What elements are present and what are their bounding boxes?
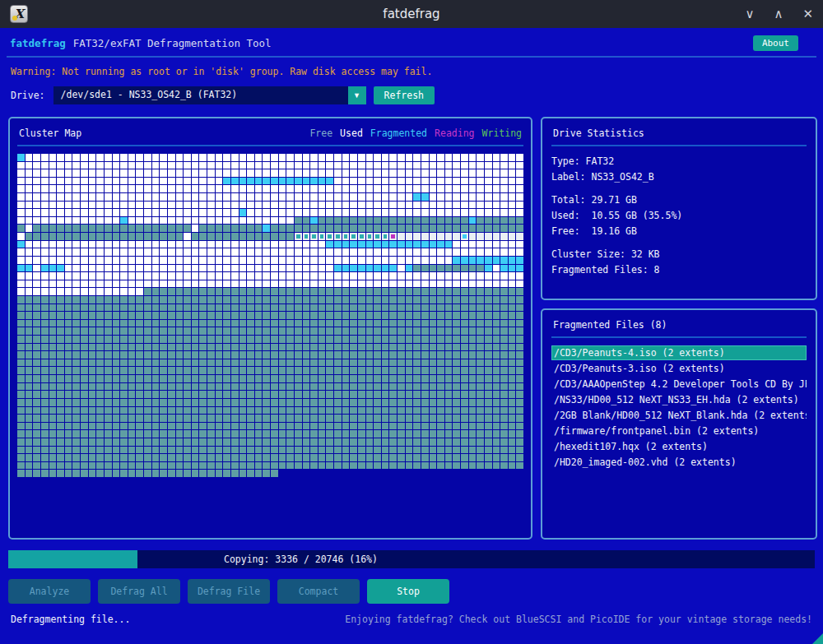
cluster-cell bbox=[366, 288, 374, 295]
cluster-cell bbox=[398, 359, 405, 367]
cluster-cell bbox=[382, 447, 389, 454]
cluster-cell bbox=[453, 241, 460, 248]
cluster-cell bbox=[199, 375, 207, 382]
cluster-cell bbox=[493, 415, 500, 422]
cluster-cell bbox=[65, 351, 72, 359]
file-item[interactable]: /NS33/HD00_512 NeXT_NS33_EH.hda (2 exten… bbox=[551, 392, 807, 407]
cluster-cell bbox=[445, 280, 453, 288]
drive-dropdown-button[interactable]: ▼ bbox=[348, 86, 366, 104]
cluster-cell bbox=[295, 185, 302, 192]
cluster-cell bbox=[516, 447, 523, 454]
cluster-cell bbox=[105, 447, 112, 454]
cluster-cell bbox=[358, 233, 365, 240]
cluster-cell bbox=[263, 248, 270, 256]
file-item[interactable]: /CD3/Peanuts-3.iso (2 extents) bbox=[551, 361, 807, 376]
cluster-cell bbox=[184, 154, 191, 161]
cluster-cell bbox=[453, 454, 460, 461]
cluster-cell bbox=[26, 217, 33, 225]
file-item[interactable]: /HD20_imaged-002.vhd (2 extents) bbox=[551, 455, 807, 470]
cluster-cell bbox=[358, 312, 365, 319]
drive-combobox[interactable]: /dev/sde1 - NS33_OS42_B (FAT32) bbox=[53, 86, 348, 104]
cluster-cell bbox=[41, 202, 49, 209]
cluster-cell bbox=[477, 225, 484, 232]
legend-item-fragmented: Fragmented bbox=[370, 127, 427, 139]
cluster-cell bbox=[430, 169, 437, 177]
cluster-cell bbox=[342, 288, 350, 295]
cluster-cell bbox=[184, 454, 191, 461]
cluster-cell bbox=[207, 185, 215, 192]
cluster-cell bbox=[207, 241, 215, 248]
cluster-cell bbox=[398, 169, 405, 177]
compact-button[interactable]: Compact bbox=[277, 579, 360, 604]
cluster-cell bbox=[453, 344, 460, 351]
cluster-cell bbox=[406, 462, 413, 470]
cluster-cell bbox=[445, 423, 453, 430]
cluster-cell bbox=[199, 272, 207, 280]
cluster-cell bbox=[26, 415, 33, 422]
cluster-cell bbox=[144, 391, 151, 398]
stop-button[interactable]: Stop bbox=[367, 579, 449, 604]
defrag-file-button[interactable]: Defrag File bbox=[188, 579, 270, 604]
cluster-cell bbox=[430, 351, 437, 359]
cluster-cell bbox=[453, 185, 460, 192]
cluster-cell bbox=[89, 367, 96, 374]
cluster-cell bbox=[231, 383, 239, 391]
cluster-cell bbox=[49, 407, 57, 415]
cluster-cell bbox=[72, 399, 80, 406]
cluster-cell bbox=[430, 423, 437, 430]
cluster-cell bbox=[279, 272, 286, 280]
cluster-cell bbox=[358, 415, 365, 422]
cluster-cell bbox=[461, 383, 468, 391]
cluster-cell bbox=[239, 154, 247, 161]
cluster-cell bbox=[72, 265, 80, 272]
refresh-button[interactable]: Refresh bbox=[374, 86, 435, 104]
defrag-all-button[interactable]: Defrag All bbox=[98, 579, 180, 604]
cluster-cell bbox=[509, 367, 516, 374]
cluster-cell bbox=[113, 327, 120, 335]
close-icon[interactable]: ✕ bbox=[802, 0, 813, 28]
cluster-cell bbox=[334, 327, 342, 335]
file-item[interactable]: /2GB Blank/HD00_512 NeXT_Blank.hda (2 ex… bbox=[551, 408, 807, 423]
maximize-icon[interactable]: ∧ bbox=[774, 0, 783, 28]
cluster-cell bbox=[374, 225, 381, 232]
cluster-cell bbox=[96, 415, 104, 422]
cluster-cell bbox=[144, 462, 151, 470]
cluster-cell bbox=[263, 454, 270, 461]
cluster-cell bbox=[421, 288, 429, 295]
cluster-cell bbox=[319, 415, 326, 422]
cluster-cell bbox=[477, 241, 484, 248]
cluster-cell bbox=[223, 202, 230, 209]
cluster-cell bbox=[453, 248, 460, 256]
cluster-cell bbox=[500, 225, 508, 232]
minimize-icon[interactable]: ∨ bbox=[745, 0, 754, 28]
cluster-cell bbox=[199, 327, 207, 335]
analyze-button[interactable]: Analyze bbox=[8, 579, 91, 604]
cluster-cell bbox=[477, 391, 484, 398]
cluster-cell bbox=[421, 344, 429, 351]
cluster-cell bbox=[168, 288, 175, 295]
resize-grip-icon[interactable] bbox=[812, 633, 823, 644]
cluster-cell bbox=[216, 217, 223, 225]
cluster-cell bbox=[33, 430, 40, 438]
cluster-cell bbox=[430, 415, 437, 422]
stat-line: Type: FAT32 bbox=[551, 154, 807, 169]
cluster-cell bbox=[255, 193, 263, 201]
cluster-cell bbox=[413, 430, 421, 438]
file-item[interactable]: /hexedit107.hqx (2 extents) bbox=[551, 439, 807, 454]
file-item[interactable]: /firmware/frontpanel.bin (2 extents) bbox=[551, 424, 807, 438]
cluster-cell bbox=[199, 162, 207, 169]
stat-line: Used: 10.55 GB (35.5%) bbox=[551, 208, 807, 224]
cluster-cell bbox=[207, 288, 215, 295]
cluster-cell bbox=[144, 272, 151, 280]
cluster-cell bbox=[516, 154, 523, 161]
cluster-cell bbox=[239, 462, 247, 470]
cluster-cell bbox=[319, 438, 326, 446]
cluster-cell bbox=[493, 423, 500, 430]
file-item[interactable]: /CD3/Peanuts-4.iso (2 extents) bbox=[551, 345, 807, 360]
cluster-cell bbox=[493, 407, 500, 415]
cluster-cell bbox=[382, 327, 389, 335]
about-button[interactable]: About bbox=[753, 35, 798, 51]
cluster-cell bbox=[493, 351, 500, 359]
cluster-cell bbox=[430, 447, 437, 454]
file-item[interactable]: /CD3/AAAOpenStep 4.2 Developer Tools CD … bbox=[551, 377, 807, 391]
